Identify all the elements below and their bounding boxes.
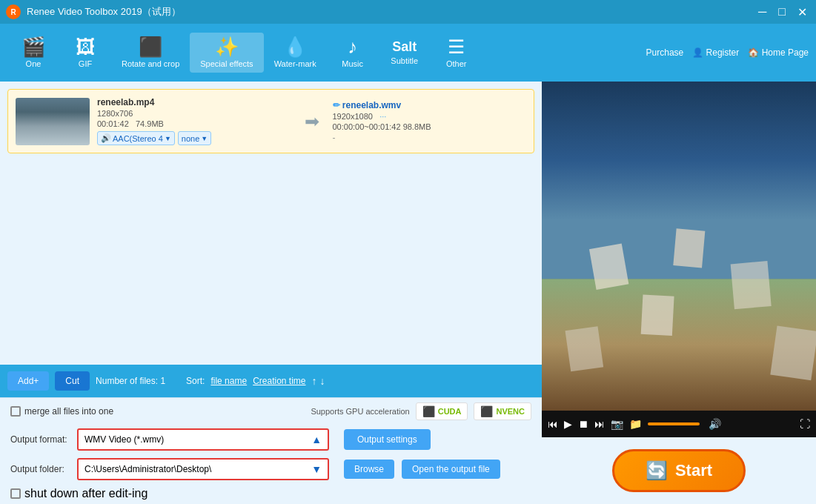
browse-button[interactable]: Browse: [344, 460, 394, 479]
svg-rect-6: [565, 326, 604, 371]
input-selects: 🔊 AAC(Stereo 4 ▼ none ▼: [97, 131, 291, 145]
sort-filename[interactable]: file name: [210, 376, 247, 386]
filter-select[interactable]: none ▼: [178, 131, 211, 145]
merge-checkbox[interactable]: [10, 406, 21, 417]
subtitle-icon: Salt: [392, 40, 417, 53]
play-pause-button[interactable]: ▶: [564, 418, 572, 430]
toolbar-item-rotate[interactable]: ⬛ Rotate and crop: [111, 33, 190, 73]
maximize-button[interactable]: □: [775, 5, 789, 19]
sort-down-icon[interactable]: ↓: [320, 375, 325, 387]
app-title: Renee Video Toolbox 2019（试用）: [27, 5, 755, 19]
file-item: reneelab.mp4 1280x706 00:01:42 74.9MB 🔊 …: [7, 89, 534, 153]
toolbar-item-one[interactable]: 🎬 One: [7, 33, 59, 73]
register-icon: 👤: [692, 47, 703, 58]
toolbar-item-gif[interactable]: 🖼 GIF: [59, 33, 111, 73]
one-icon: 🎬: [21, 37, 45, 56]
nvidia-cuda-icon: ⬛: [422, 405, 435, 417]
add-button[interactable]: Add+: [7, 371, 49, 391]
output-duration: 00:00:00~00:01:42 98.8MB: [333, 122, 527, 131]
merge-checkbox-label[interactable]: merge all files into one: [10, 406, 113, 417]
filter-arrow-icon: ▼: [201, 135, 208, 142]
sort-up-icon[interactable]: ↑: [312, 375, 317, 387]
shutdown-label[interactable]: shut down after edit-ing: [10, 487, 147, 500]
start-button[interactable]: 🔄 Start: [612, 449, 746, 492]
file-list-area: reneelab.mp4 1280x706 00:01:42 74.9MB 🔊 …: [0, 82, 542, 365]
app-logo: R: [6, 4, 21, 19]
open-output-button[interactable]: Open the output file: [402, 460, 500, 479]
format-value: WMV Video (*.wmv): [84, 434, 164, 445]
special-label: Special effects: [200, 59, 253, 68]
output-more-btn[interactable]: ···: [379, 112, 386, 121]
gif-icon: 🖼: [76, 37, 95, 56]
main-toolbar: 🎬 One 🖼 GIF ⬛ Rotate and crop ✨ Special …: [0, 24, 816, 82]
skip-back-button[interactable]: ⏮: [548, 418, 558, 430]
bottom-toolbar: Add+ Cut Number of files: 1 Sort: file n…: [0, 365, 542, 397]
fullscreen-button[interactable]: ⛶: [800, 418, 810, 430]
cuda-label: CUDA: [438, 407, 462, 416]
volume-slider[interactable]: [648, 422, 700, 425]
folder-open-icon[interactable]: 📁: [629, 418, 642, 430]
stop-button[interactable]: ⏹: [578, 418, 588, 430]
left-content: reneelab.mp4 1280x706 00:01:42 74.9MB 🔊 …: [0, 82, 542, 504]
edit-icon: ✏: [333, 100, 340, 110]
folder-value: C:\Users\Administrator\Desktop\: [84, 464, 211, 474]
minimize-button[interactable]: ─: [755, 5, 769, 19]
svg-rect-4: [731, 261, 772, 309]
purchase-link[interactable]: Purchase: [646, 47, 684, 58]
shutdown-text: shut down after edit-ing: [24, 487, 147, 500]
skip-forward-button[interactable]: ⏭: [594, 418, 605, 430]
toolbar-item-special[interactable]: ✨ Special effects: [190, 33, 263, 73]
folder-arrow-icon: ▼: [311, 463, 322, 475]
output-size-text: 98.8MB: [403, 122, 431, 131]
start-refresh-icon: 🔄: [646, 460, 668, 481]
close-button[interactable]: ✕: [795, 5, 810, 19]
shutdown-row: shut down after edit-ing: [0, 483, 542, 504]
nvidia-nvenc-icon: ⬛: [480, 405, 493, 417]
home-link[interactable]: 🏠 Home Page: [748, 47, 809, 58]
volume-icon[interactable]: 🔊: [709, 418, 721, 430]
rotate-icon: ⬛: [139, 37, 162, 56]
shutdown-checkbox[interactable]: [10, 488, 21, 499]
cut-button[interactable]: Cut: [55, 371, 90, 391]
nvenc-badge: ⬛ NVENC: [474, 402, 531, 420]
subtitle-label: Subtitle: [391, 56, 418, 65]
output-settings-button[interactable]: Output settings: [344, 429, 431, 450]
gpu-support-label: Supports GPU acceleration: [311, 407, 409, 416]
format-arrow-icon: ▲: [311, 434, 322, 445]
input-resolution: 1280x706: [97, 109, 291, 118]
other-label: Other: [446, 59, 467, 68]
audio-icon: 🔊: [101, 133, 111, 143]
format-label: Output format:: [10, 434, 70, 445]
rotate-label: Rotate and crop: [122, 59, 179, 68]
other-icon: ☰: [448, 37, 465, 56]
bottom-section: merge all files into one Supports GPU ac…: [0, 397, 542, 504]
output-name-text: reneelab.wmv: [342, 100, 401, 110]
output-format-row: Output format: WMV Video (*.wmv) ▲ Outpu…: [0, 424, 542, 455]
register-link[interactable]: 👤 Register: [692, 47, 739, 58]
logo-text: R: [10, 8, 16, 16]
svg-rect-2: [589, 244, 628, 290]
file-count: Number of files: 1: [96, 376, 165, 386]
toolbar-item-music[interactable]: ♪ Music: [327, 33, 379, 73]
output-res-text: 1920x1080: [333, 112, 373, 121]
input-duration-size: 00:01:42 74.9MB: [97, 119, 291, 128]
sort-creation[interactable]: Creation time: [253, 376, 305, 386]
audio-arrow-icon: ▼: [165, 135, 171, 142]
file-output: ✏ reneelab.wmv 1920x1080 ··· 00:00:00~00…: [333, 100, 527, 143]
audio-track-select[interactable]: 🔊 AAC(Stereo 4 ▼: [97, 131, 175, 145]
camera-icon[interactable]: 📷: [611, 418, 623, 430]
video-controls-bar: ⏮ ▶ ⏹ ⏭ 📷 📁 🔊 ⛶: [542, 411, 816, 437]
watermark-label: Water-mark: [274, 59, 316, 68]
toolbar-item-subtitle[interactable]: Salt Subtitle: [379, 36, 431, 70]
toolbar-right: Purchase 👤 Register 🏠 Home Page: [646, 47, 809, 58]
toolbar-item-other[interactable]: ☰ Other: [431, 33, 482, 73]
app-body: reneelab.mp4 1280x706 00:01:42 74.9MB 🔊 …: [0, 82, 816, 504]
folder-select[interactable]: C:\Users\Administrator\Desktop\ ▼: [77, 458, 329, 480]
file-info: reneelab.mp4 1280x706 00:01:42 74.9MB 🔊 …: [97, 97, 291, 145]
format-select[interactable]: WMV Video (*.wmv) ▲: [77, 428, 329, 451]
toolbar-item-watermark[interactable]: 💧 Water-mark: [264, 33, 327, 73]
music-icon: ♪: [348, 37, 357, 56]
special-icon: ✨: [215, 37, 239, 56]
output-duration-text: 00:00:00~00:01:42: [333, 122, 401, 131]
right-content: ⏮ ▶ ⏹ ⏭ 📷 📁 🔊 ⛶ 🔄 Start: [542, 82, 816, 504]
